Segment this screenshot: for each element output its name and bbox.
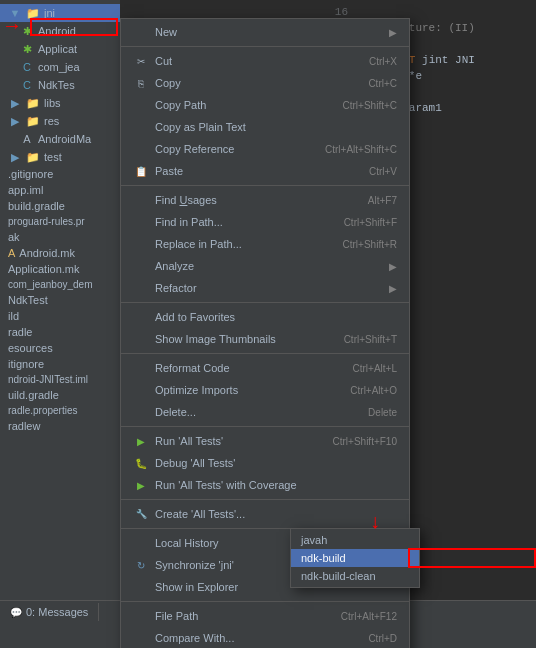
menu-item-find-usages[interactable]: Find Usages Alt+F7	[121, 189, 409, 211]
itignore-label: itignore	[8, 358, 44, 370]
create-tests-icon: 🔧	[133, 506, 149, 522]
sidebar-item-jnitest[interactable]: ndroid-JNITest.iml	[0, 372, 120, 387]
cpp-icon-2: C	[20, 78, 34, 92]
sidebar-item-androidma[interactable]: A AndroidMa	[0, 130, 120, 148]
new-arrow-icon: ▶	[389, 27, 397, 38]
menu-item-copy[interactable]: ⎘ Copy Ctrl+C	[121, 72, 409, 94]
ndk-build-clean-label: ndk-build-clean	[301, 570, 376, 582]
local-history-icon	[133, 535, 149, 551]
android-icon: ✱	[20, 24, 34, 38]
arrow-to-ndk-build: ↓	[370, 510, 380, 533]
esources-label: esources	[8, 342, 53, 354]
libs-label: libs	[44, 97, 61, 109]
menu-item-paste[interactable]: 📋 Paste Ctrl+V	[121, 160, 409, 182]
sidebar-item-gitignore[interactable]: .gitignore	[0, 166, 120, 182]
analyze-icon	[133, 258, 149, 274]
sidebar-item-ndktest[interactable]: NdkTest	[0, 292, 120, 308]
optimize-icon	[133, 382, 149, 398]
ndktest-label: NdkTest	[8, 294, 48, 306]
menu-item-optimize[interactable]: Optimize Imports Ctrl+Alt+O	[121, 379, 409, 401]
sidebar-item-comjeanboy[interactable]: com_jeanboy_dem	[0, 277, 120, 292]
sidebar-item-libs[interactable]: ▶ 📁 libs	[0, 94, 120, 112]
android-label: Android	[38, 25, 76, 37]
test-img-icon: 📁	[26, 150, 40, 164]
sidebar-item-radleprops[interactable]: radle.properties	[0, 403, 120, 418]
refactor-icon	[133, 280, 149, 296]
submenu-item-ndk-build[interactable]: ndk-build	[291, 549, 419, 567]
res-label: res	[44, 115, 59, 127]
sidebar-item-buildgradle[interactable]: build.gradle	[0, 198, 120, 214]
gitignore-label: .gitignore	[8, 168, 53, 180]
radlew-label: radlew	[8, 420, 40, 432]
ndk-build-label: ndk-build	[301, 552, 346, 564]
sidebar-item-ak[interactable]: ak	[0, 229, 120, 245]
sidebar-item-appiml[interactable]: app.iml	[0, 182, 120, 198]
libs-img-icon: 📁	[26, 96, 40, 110]
submenu-item-javah[interactable]: javah	[291, 531, 419, 549]
menu-item-cut[interactable]: ✂ Cut Ctrl+X	[121, 50, 409, 72]
appiml-label: app.iml	[8, 184, 43, 196]
buildgradle-label: build.gradle	[8, 200, 65, 212]
menu-item-create-tests[interactable]: 🔧 Create 'All Tests'...	[121, 503, 409, 525]
menu-item-run-tests[interactable]: ▶ Run 'All Tests' Ctrl+Shift+F10	[121, 430, 409, 452]
sidebar-item-applicationmk[interactable]: Application.mk	[0, 261, 120, 277]
menu-item-run-coverage[interactable]: ▶ Run 'All Tests' with Coverage	[121, 474, 409, 496]
uildgradle-label: uild.gradle	[8, 389, 59, 401]
radleprops-label: radle.properties	[8, 405, 77, 416]
androidmk-label: Android.mk	[19, 247, 75, 259]
sidebar-item-androidmk[interactable]: A Android.mk	[0, 245, 120, 261]
menu-item-find-path[interactable]: Find in Path... Ctrl+Shift+F	[121, 211, 409, 233]
menu-item-compare-with[interactable]: Compare With... Ctrl+D	[121, 627, 409, 648]
sidebar-item-ndktes[interactable]: C NdkTes	[0, 76, 120, 94]
radle-label: radle	[8, 326, 32, 338]
compare-icon	[133, 630, 149, 646]
sidebar-item-applicat[interactable]: ✱ Applicat	[0, 40, 120, 58]
tab-messages[interactable]: 💬 0: Messages	[0, 603, 99, 621]
androidma-icon: A	[20, 132, 34, 146]
menu-item-copy-plain[interactable]: Copy as Plain Text	[121, 116, 409, 138]
jni-label: jni	[44, 7, 55, 19]
sidebar-item-res[interactable]: ▶ 📁 res	[0, 112, 120, 130]
sidebar-item-uildgradle[interactable]: uild.gradle	[0, 387, 120, 403]
sidebar-item-radle[interactable]: radle	[0, 324, 120, 340]
comjea-label: com_jea	[38, 61, 80, 73]
run-tests-icon: ▶	[133, 433, 149, 449]
menu-item-copy-path[interactable]: Copy Path Ctrl+Shift+C	[121, 94, 409, 116]
menu-item-refactor[interactable]: Refactor ▶	[121, 277, 409, 299]
menu-item-add-favorites[interactable]: Add to Favorites	[121, 306, 409, 328]
ak-label: ak	[8, 231, 20, 243]
paste-icon: 📋	[133, 163, 149, 179]
menu-item-file-path[interactable]: File Path Ctrl+Alt+F12	[121, 605, 409, 627]
menu-item-delete[interactable]: Delete... Delete	[121, 401, 409, 423]
delete-icon	[133, 404, 149, 420]
menu-item-analyze[interactable]: Analyze ▶	[121, 255, 409, 277]
copy-path-icon	[133, 97, 149, 113]
sidebar-item-radlew[interactable]: radlew	[0, 418, 120, 434]
sidebar-item-proguard[interactable]: proguard-rules.pr	[0, 214, 120, 229]
file-path-icon	[133, 608, 149, 624]
sidebar-item-esources[interactable]: esources	[0, 340, 120, 356]
synchronize-icon: ↻	[133, 557, 149, 573]
menu-item-replace-path[interactable]: Replace in Path... Ctrl+Shift+R	[121, 233, 409, 255]
sidebar-item-test[interactable]: ▶ 📁 test	[0, 148, 120, 166]
sidebar-item-itignore[interactable]: itignore	[0, 356, 120, 372]
copy-ref-icon	[133, 141, 149, 157]
javah-label: javah	[301, 534, 327, 546]
res-img-icon: 📁	[26, 114, 40, 128]
copy-plain-icon	[133, 119, 149, 135]
applicationmk-label: Application.mk	[8, 263, 80, 275]
submenu-item-ndk-build-clean[interactable]: ndk-build-clean	[291, 567, 419, 585]
androidma-label: AndroidMa	[38, 133, 91, 145]
menu-item-copy-ref[interactable]: Copy Reference Ctrl+Alt+Shift+C	[121, 138, 409, 160]
menu-item-reformat[interactable]: Reformat Code Ctrl+Alt+L	[121, 357, 409, 379]
menu-item-show-image[interactable]: Show Image Thumbnails Ctrl+Shift+T	[121, 328, 409, 350]
menu-item-debug-tests[interactable]: 🐛 Debug 'All Tests'	[121, 452, 409, 474]
sidebar-item-comjea[interactable]: C com_jea	[0, 58, 120, 76]
test-folder-icon: ▶	[8, 150, 22, 164]
menu-item-new[interactable]: New ▶	[121, 21, 409, 43]
androidmk-icon: A	[8, 247, 15, 259]
refactor-arrow-icon: ▶	[389, 283, 397, 294]
sidebar-item-ild[interactable]: ild	[0, 308, 120, 324]
submenu-external-tools: javah ndk-build ndk-build-clean	[290, 528, 420, 588]
find-usages-icon	[133, 192, 149, 208]
